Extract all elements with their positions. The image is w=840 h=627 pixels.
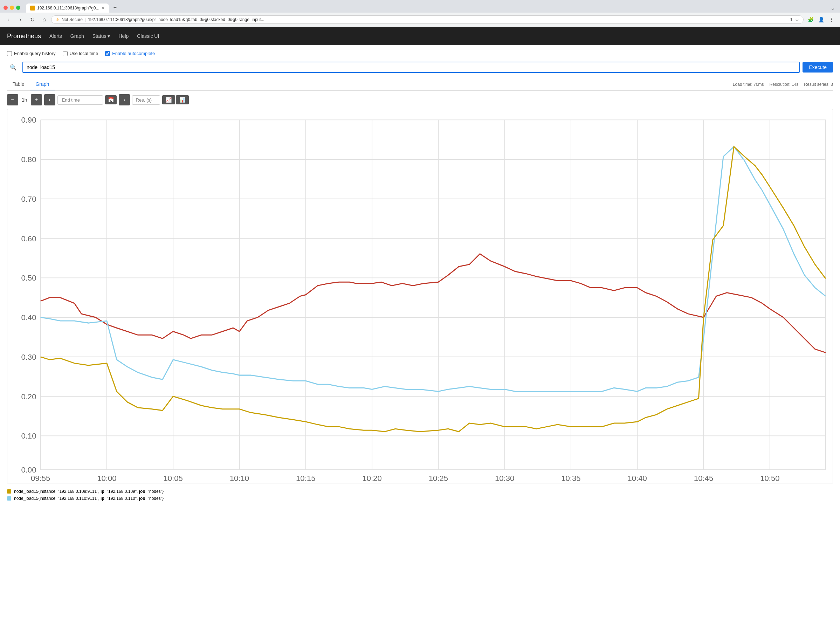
enable-query-history-label: Enable query history [14,51,56,56]
use-local-time-checkbox[interactable] [63,51,68,56]
stacked-chart-button[interactable]: 📊 [176,95,189,104]
browser-chrome: 192.168.0.111:30618/graph?g0... ✕ + ⌄ ‹ … [0,0,840,27]
svg-text:0.00: 0.00 [21,466,36,474]
svg-text:0.50: 0.50 [21,274,36,282]
address-separator: | [85,17,86,22]
menu-icon[interactable]: ⋮ [827,15,837,25]
query-bar: 🔍 Execute [7,61,833,74]
svg-text:10:45: 10:45 [694,474,713,483]
enable-autocomplete-label: Enable autocomplete [112,51,155,56]
nav-status[interactable]: Status ▾ [93,32,110,40]
tab-favicon [30,6,35,11]
svg-text:0.10: 0.10 [21,432,36,440]
yellow-series [41,147,826,432]
back-button[interactable]: ‹ [3,15,13,25]
resolution: Resolution: 14s [770,82,799,87]
bookmark-icon[interactable]: ☆ [795,17,799,22]
enable-query-history-checkbox[interactable] [7,51,12,56]
svg-text:10:50: 10:50 [760,474,779,483]
resolution-input[interactable] [132,95,160,105]
tab-table[interactable]: Table [7,79,30,90]
profile-icon[interactable]: 👤 [816,15,826,25]
traffic-light-fullscreen[interactable] [16,6,20,10]
reload-button[interactable]: ↻ [27,15,37,25]
nav-alerts[interactable]: Alerts [49,32,62,40]
enable-autocomplete-checkbox[interactable] [105,51,110,56]
app-title: Prometheus [7,33,41,40]
legend-item-1: node_load15{instance="192.168.0.109:9111… [7,489,833,494]
load-time: Load time: 70ms [733,82,764,87]
tab-title: 192.168.0.111:30618/graph?g0... [37,6,99,11]
browser-tab-active[interactable]: 192.168.0.111:30618/graph?g0... ✕ [26,3,109,13]
browser-titlebar: 192.168.0.111:30618/graph?g0... ✕ + ⌄ [0,0,840,13]
y-axis: 0.90 0.80 0.70 0.60 0.50 0.40 0.30 0.20 … [21,116,36,474]
result-series: Result series: 3 [804,82,833,87]
line-chart-button[interactable]: 📈 [162,95,175,104]
legend-item-2: node_load15{instance="192.168.0.110:9111… [7,496,833,501]
svg-text:10:00: 10:00 [97,474,116,483]
new-tab-button[interactable]: + [110,3,120,13]
address-icons: ⬆ ☆ [790,17,799,22]
svg-text:10:15: 10:15 [296,474,315,483]
enable-query-history-option[interactable]: Enable query history [7,51,56,56]
security-warning-icon: ⚠ [56,17,60,22]
zoom-out-button[interactable]: − [7,94,18,106]
svg-text:10:40: 10:40 [628,474,647,483]
svg-text:0.40: 0.40 [21,313,36,322]
legend-label-1: node_load15{instance="192.168.0.109:9111… [14,489,164,494]
tab-links: Table Graph [7,79,55,90]
nav-graph[interactable]: Graph [70,32,84,40]
svg-text:0.60: 0.60 [21,234,36,243]
svg-text:0.80: 0.80 [21,155,36,164]
extensions-icon[interactable]: 🧩 [806,15,815,25]
window-collapse-icon[interactable]: ⌄ [829,3,837,13]
traffic-lights [3,6,20,10]
svg-text:09:55: 09:55 [31,474,50,483]
nav-help[interactable]: Help [118,32,129,40]
graph-container: 0.90 0.80 0.70 0.60 0.50 0.40 0.30 0.20 … [7,109,833,484]
chart-type-buttons: 📈 📊 [162,95,189,104]
svg-text:10:30: 10:30 [495,474,514,483]
address-text: 192.168.0.111:30618/graph?g0.expr=node_l… [88,17,788,22]
legend-color-yellow [7,489,11,493]
svg-text:0.90: 0.90 [21,116,36,124]
next-time-button[interactable]: › [119,94,130,106]
svg-text:0.20: 0.20 [21,392,36,401]
use-local-time-option[interactable]: Use local time [63,51,98,56]
meta-info: Load time: 70ms Resolution: 14s Result s… [733,82,833,87]
blue-series [41,147,826,392]
tab-graph[interactable]: Graph [30,79,55,90]
nav-classic-ui[interactable]: Classic UI [137,32,159,40]
legend-label-2: node_load15{instance="192.168.0.110:9111… [14,496,164,501]
home-button[interactable]: ⌂ [39,15,49,25]
share-icon[interactable]: ⬆ [790,17,793,22]
calendar-icon-button[interactable]: 📅 [105,95,117,104]
tab-close-icon[interactable]: ✕ [102,6,105,11]
traffic-light-close[interactable] [3,6,8,10]
use-local-time-label: Use local time [70,51,98,56]
svg-text:10:20: 10:20 [362,474,381,483]
execute-button[interactable]: Execute [802,62,833,72]
prev-time-button[interactable]: ‹ [44,94,55,106]
query-input[interactable] [22,61,800,73]
address-bar[interactable]: ⚠ Not Secure | 192.168.0.111:30618/graph… [51,16,804,24]
svg-text:0.70: 0.70 [21,195,36,203]
traffic-light-minimize[interactable] [10,6,14,10]
svg-text:0.30: 0.30 [21,353,36,361]
end-time-input[interactable] [57,95,103,105]
browser-toolbar: ‹ › ↻ ⌂ ⚠ Not Secure | 192.168.0.111:306… [0,13,840,27]
toolbar-icons: 🧩 👤 ⋮ [806,15,837,25]
graph-svg: 0.90 0.80 0.70 0.60 0.50 0.40 0.30 0.20 … [11,113,829,479]
search-icon: 🔍 [7,61,20,74]
forward-button[interactable]: › [16,15,25,25]
legend: node_load15{instance="192.168.0.109:9111… [7,489,833,501]
enable-autocomplete-option[interactable]: Enable autocomplete [105,51,155,56]
options-bar: Enable query history Use local time Enab… [7,51,833,56]
svg-text:10:35: 10:35 [561,474,580,483]
tab-row: Table Graph Load time: 70ms Resolution: … [7,79,833,91]
x-axis: 09:55 10:00 10:05 10:10 10:15 10:20 10:2… [31,474,780,483]
svg-text:10:05: 10:05 [163,474,183,483]
zoom-in-button[interactable]: + [31,94,42,106]
not-secure-label: Not Secure [61,17,83,22]
svg-text:10:25: 10:25 [429,474,448,483]
